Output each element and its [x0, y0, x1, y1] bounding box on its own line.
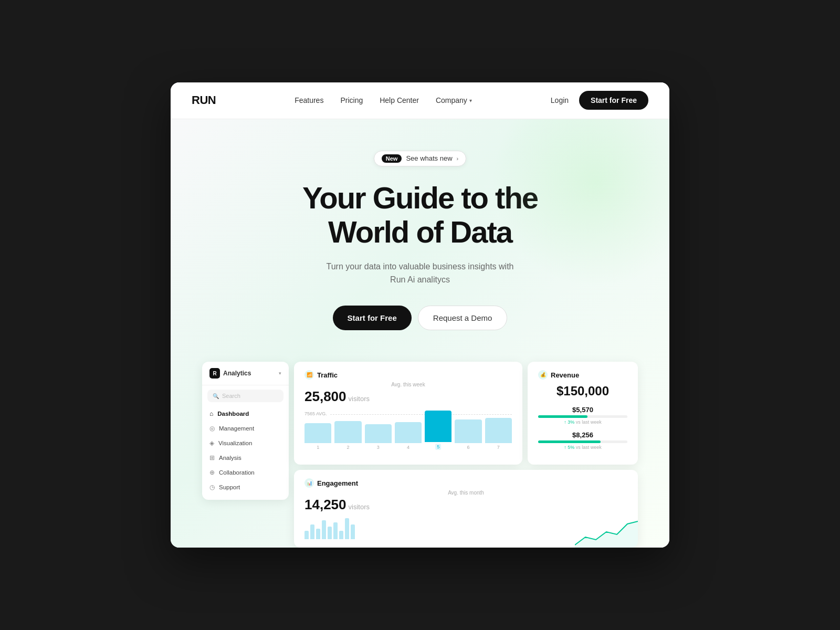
sidebar-item-management[interactable]: ◎ Management — [202, 421, 289, 436]
bar-wrap-4: 4 — [395, 422, 422, 450]
revenue-bar-bg-1 — [538, 415, 627, 418]
bar-label-2: 2 — [346, 445, 349, 450]
eng-bar-2 — [310, 524, 314, 539]
bar-wrap-1: 1 — [304, 423, 331, 450]
traffic-card: 📶 Traffic Avg. this week 25,800 visitors… — [294, 362, 522, 465]
login-button[interactable]: Login — [551, 96, 569, 104]
sidebar-title: Analytics — [223, 370, 251, 377]
request-demo-button[interactable]: Request a Demo — [418, 306, 508, 330]
support-icon: ◷ — [209, 484, 215, 491]
sidebar-search-placeholder: Search — [222, 393, 240, 399]
bar-wrap-7: 7 — [485, 418, 512, 450]
revenue-amount-1: $5,570 — [538, 406, 627, 414]
revenue-icon: 💰 — [538, 370, 548, 380]
analysis-icon: ⊞ — [209, 454, 215, 461]
traffic-avg-label: Avg. this week — [304, 382, 512, 387]
nav-features[interactable]: Features — [295, 96, 323, 104]
nav-right: Login Start for Free — [551, 91, 648, 110]
traffic-value: 25,800 visitors — [304, 388, 512, 405]
hero-section: New See whats new › Your Guide to the Wo… — [171, 119, 669, 548]
bar-wrap-6: 6 — [455, 419, 481, 450]
sidebar-item-collaboration[interactable]: ⊕ Collaboration — [202, 465, 289, 480]
sidebar-item-visualization[interactable]: ◈ Visualization — [202, 436, 289, 450]
traffic-avg-value: 7565 AVG. — [304, 411, 327, 416]
bar-7 — [485, 418, 512, 443]
company-chevron-icon: ▾ — [469, 98, 472, 103]
eng-bar-1 — [304, 531, 309, 539]
nav-links: Features Pricing Help Center Company ▾ — [295, 96, 472, 104]
hero-title: Your Guide to the World of Data — [192, 181, 648, 249]
sidebar-logo-area: R Analytics — [209, 368, 251, 379]
management-icon: ◎ — [209, 425, 215, 432]
main-cards: 📶 Traffic Avg. this week 25,800 visitors… — [294, 362, 638, 548]
engagement-value: 14,250 visitors — [304, 497, 627, 513]
dashboard-icon: ⌂ — [209, 410, 213, 417]
bar-6 — [455, 419, 481, 443]
start-for-free-nav-button[interactable]: Start for Free — [579, 91, 648, 110]
eng-bar-9 — [351, 524, 355, 539]
engagement-icon: 📊 — [304, 478, 314, 488]
bar-4 — [395, 422, 422, 443]
revenue-amount-2: $8,256 — [538, 431, 627, 439]
browser-window: RUN Features Pricing Help Center Company… — [171, 82, 669, 548]
traffic-bars: 1 2 3 — [304, 418, 512, 450]
logo: RUN — [192, 93, 216, 107]
revenue-card: 💰 Revenue $150,000 $5,570 ↑ 3% vs last — [528, 362, 638, 465]
bar-3 — [365, 424, 392, 443]
bar-label-1: 1 — [317, 445, 319, 450]
bar-1 — [304, 423, 331, 443]
eng-bar-8 — [345, 518, 349, 539]
top-row: 📶 Traffic Avg. this week 25,800 visitors… — [294, 362, 638, 465]
revenue-change-2: ↑ 5% vs last week — [538, 445, 627, 450]
dashboard-preview: R Analytics ▾ 🔍 Search ⌂ Dashboard ◎ Man… — [192, 362, 648, 548]
engagement-title: Engagement — [317, 479, 358, 487]
revenue-bar-fill-2 — [538, 440, 601, 443]
bar-label-7: 7 — [497, 445, 500, 450]
traffic-card-header: 📶 Traffic — [304, 370, 512, 380]
sidebar-logo-icon: R — [209, 368, 220, 379]
sidebar-item-dashboard[interactable]: ⌂ Dashboard — [202, 406, 289, 421]
bar-label-4: 4 — [407, 445, 410, 450]
traffic-bar-chart: 7565 AVG. 1 2 — [304, 411, 512, 453]
traffic-unit: visitors — [349, 395, 370, 403]
bar-label-5: 5 — [435, 444, 441, 450]
revenue-total: $150,000 — [538, 384, 627, 398]
nav-pricing[interactable]: Pricing — [340, 96, 363, 104]
bar-label-3: 3 — [377, 445, 380, 450]
navbar: RUN Features Pricing Help Center Company… — [171, 82, 669, 119]
eng-bar-3 — [316, 529, 320, 539]
traffic-dashed-line — [330, 414, 512, 415]
sidebar-item-analysis[interactable]: ⊞ Analysis — [202, 450, 289, 465]
revenue-bar-fill-1 — [538, 415, 587, 418]
bar-label-6: 6 — [467, 445, 470, 450]
engagement-line-svg — [575, 516, 638, 548]
revenue-title: Revenue — [551, 371, 579, 379]
traffic-icon: 📶 — [304, 370, 314, 380]
badge-see-whats-new: See whats new — [406, 154, 452, 162]
eng-bar-7 — [339, 531, 343, 539]
revenue-change-1: ↑ 3% vs last week — [538, 419, 627, 425]
traffic-title: Traffic — [317, 371, 338, 379]
sidebar-search[interactable]: 🔍 Search — [207, 390, 284, 402]
svg-marker-0 — [575, 521, 638, 548]
engagement-unit: visitors — [349, 503, 370, 511]
revenue-bar-bg-2 — [538, 440, 627, 443]
nav-company[interactable]: Company ▾ — [436, 96, 472, 104]
bar-5-active — [425, 411, 452, 442]
start-for-free-hero-button[interactable]: Start for Free — [333, 306, 412, 330]
eng-bar-5 — [328, 527, 332, 539]
sidebar-item-support[interactable]: ◷ Support — [202, 480, 289, 495]
new-badge[interactable]: New See whats new › — [374, 151, 466, 166]
sidebar-card: R Analytics ▾ 🔍 Search ⌂ Dashboard ◎ Man… — [202, 362, 289, 500]
badge-arrow-icon: › — [457, 155, 459, 162]
nav-help-center[interactable]: Help Center — [380, 96, 419, 104]
hero-buttons: Start for Free Request a Demo — [192, 306, 648, 330]
revenue-row-1: $5,570 ↑ 3% vs last week — [538, 406, 627, 425]
bar-wrap-3: 3 — [365, 424, 392, 450]
bar-wrap-2: 2 — [334, 421, 361, 450]
eng-bar-4 — [322, 520, 326, 539]
revenue-card-header: 💰 Revenue — [538, 370, 627, 380]
collaboration-icon: ⊕ — [209, 469, 215, 476]
badge-new-label: New — [382, 154, 402, 163]
engagement-card-header: 📊 Engagement — [304, 478, 627, 488]
